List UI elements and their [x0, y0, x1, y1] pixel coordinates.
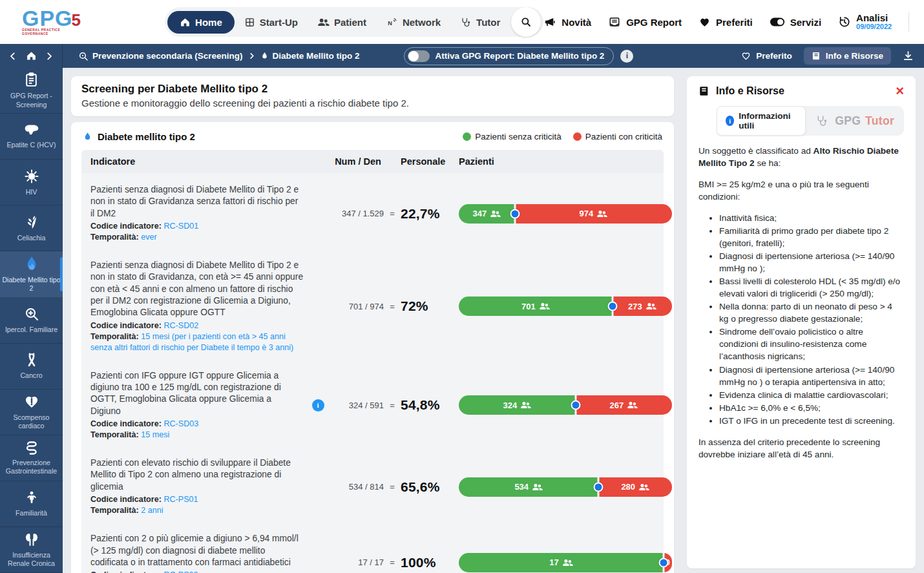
info-panel-title: Info e Risorse: [716, 85, 784, 97]
nav-home[interactable]: Home: [167, 11, 235, 34]
table-row: Pazienti con elevato rischio di sviluppa…: [81, 449, 664, 525]
indicator-code[interactable]: RC-SD03: [163, 419, 198, 428]
servizi-button[interactable]: Servizi: [770, 17, 821, 28]
heart-icon: [698, 17, 711, 28]
sidebar-item-scompenso-cardiaco[interactable]: Scompenso cardiaco: [0, 390, 63, 435]
indicator-code[interactable]: RC-PS02: [163, 570, 198, 573]
tab-gpg-tutor[interactable]: GPGTutor: [806, 111, 904, 131]
close-icon[interactable]: ×: [896, 84, 904, 98]
criteria-item: HbA1c >= 6,0% e < 6,5%;: [719, 402, 904, 414]
patients-icon: [646, 302, 656, 310]
bar-green-segment[interactable]: 534: [459, 477, 598, 497]
bar-red-segment[interactable]: 267: [576, 395, 672, 415]
sidebar-item-ipercol-familiare[interactable]: Ipercol. Familiare: [0, 298, 63, 344]
preferiti-button[interactable]: Preferiti: [698, 17, 753, 28]
sidebar-item-diabete-mellito-tipo-2[interactable]: Diabete Mellito tipo 2: [0, 251, 63, 297]
sidebar-item-insufficienza-renale[interactable]: Insufficienza Renale Cronica: [0, 527, 63, 573]
indicator-code[interactable]: RC-SD02: [163, 321, 198, 330]
megaphone-icon: [543, 16, 556, 28]
info-risorse-button[interactable]: Info e Risorse: [804, 47, 891, 65]
patients-icon: [490, 210, 501, 218]
info-risorse-label: Info e Risorse: [826, 51, 883, 61]
temporalita-value[interactable]: 2 anni: [141, 506, 163, 515]
intestine-icon: [24, 441, 39, 455]
breadcrumb-screening[interactable]: Prevenzione secondaria (Screening): [78, 51, 243, 61]
breadcrumb-diabete[interactable]: Diabete Mellito tipo 2: [260, 51, 360, 61]
analisi-button[interactable]: Analisi 09/09/2022: [838, 13, 892, 30]
search-plus-icon: [24, 306, 39, 322]
indicator-text: Pazienti senza diagnosi di Diabete Melli…: [90, 260, 304, 319]
home-nav-button[interactable]: [26, 50, 37, 61]
criteria-item: Nella donna: parto di un neonato di peso…: [719, 300, 904, 325]
criteria-item: Familiarità di primo grado per diabete t…: [719, 225, 904, 249]
bar-red-segment[interactable]: 280: [598, 477, 672, 497]
sidebar-item-epatite-c[interactable]: Epatite C (HCV): [0, 114, 63, 160]
toggle-info-icon[interactable]: i: [620, 50, 633, 63]
patients-bar[interactable]: 534 280: [459, 477, 672, 497]
nav-network[interactable]: N Network: [376, 11, 450, 34]
sidebar-item-gpg-report-screening[interactable]: GPG Report - Screening: [0, 68, 63, 114]
bar-green-segment[interactable]: 17: [459, 553, 664, 572]
bmi-paragraph: BMI >= 25 kg/m2 e una o più tra le segue…: [698, 178, 904, 203]
wheat-icon: [24, 214, 39, 230]
sidebar-item-celiachia[interactable]: Celiachia: [0, 205, 63, 251]
novita-button[interactable]: Novità: [543, 16, 591, 28]
intro-paragraph: Un soggetto è classificato ad Alto Risch…: [698, 145, 904, 169]
indicator-code[interactable]: RC-SD01: [163, 222, 198, 231]
book-icon: [698, 85, 710, 97]
activate-gpg-report-toggle[interactable]: Attiva GPG Report: Diabete Mellito tipo …: [404, 47, 614, 65]
download-icon[interactable]: [903, 50, 914, 61]
num-den-value: 347 / 1.529: [332, 209, 384, 218]
nav-patient[interactable]: Patient: [308, 11, 376, 34]
sidebar-item-hiv[interactable]: HIV: [0, 160, 63, 205]
sidebar-item-cancro[interactable]: Cancro: [0, 344, 63, 390]
svg-text:N: N: [388, 20, 392, 26]
patients-bar[interactable]: 324 267: [459, 395, 672, 415]
temporalita-value[interactable]: 15 mesi: [141, 430, 169, 439]
bar-handle[interactable]: [510, 209, 520, 218]
nav-startup[interactable]: Start-Up: [235, 11, 308, 34]
indicator-text: Pazienti con IFG oppure IGT oppure Glice…: [90, 370, 304, 417]
temporalita-value[interactable]: ever: [141, 233, 157, 242]
bar-green-segment[interactable]: 347: [459, 204, 515, 224]
toggle-track[interactable]: [408, 50, 430, 62]
back-button[interactable]: [8, 52, 17, 61]
more-menu-button[interactable]: •••: [908, 12, 924, 32]
info-panel-tabs: i Informazioni utili GPGTutor: [717, 106, 904, 136]
title-card: Screening per Diabete Mellito tipo 2 Ges…: [71, 76, 674, 116]
patients-icon: [627, 401, 638, 409]
bar-green-segment[interactable]: 701: [459, 297, 613, 316]
sidebar-item-familiarita[interactable]: Familiarità: [0, 481, 63, 527]
tab-informazioni-utili[interactable]: i Informazioni utili: [717, 106, 806, 136]
patients-bar[interactable]: 17 0: [459, 553, 672, 572]
patients-bar[interactable]: 701 273: [459, 297, 672, 316]
chevron-right-icon: [45, 52, 54, 61]
bar-red-segment[interactable]: 974: [515, 204, 672, 224]
bar-green-segment[interactable]: 324: [459, 395, 576, 415]
num-den-value: 701 / 974: [332, 302, 384, 311]
analisi-date: 09/09/2022: [856, 23, 892, 31]
forward-button[interactable]: [45, 52, 54, 61]
preferito-button[interactable]: Preferito: [740, 51, 792, 61]
person-icon: [25, 490, 39, 505]
search-button[interactable]: [511, 7, 541, 37]
app-logo[interactable]: GPG5 GENERAL PRACTICE GOVERNANCE: [22, 8, 81, 36]
bar-handle[interactable]: [658, 557, 668, 567]
bar-red-segment[interactable]: 273: [613, 297, 672, 316]
bar-handle[interactable]: [594, 482, 604, 492]
table-body: Pazienti senza diagnosi di Diabete Melli…: [81, 173, 664, 573]
red-dot-icon: [573, 132, 582, 141]
indicator-code[interactable]: RC-PS01: [163, 495, 198, 504]
row-info-icon[interactable]: i: [312, 399, 324, 412]
nav-tutor[interactable]: Tutor: [450, 11, 510, 34]
gpg-report-button[interactable]: GPG Report: [608, 16, 682, 28]
home-icon: [26, 50, 37, 61]
bar-handle[interactable]: [607, 302, 617, 311]
green-dot-icon: [463, 132, 471, 141]
page-actions: Preferito Info e Risorse: [740, 47, 924, 65]
bar-handle[interactable]: [571, 401, 580, 410]
patients-bar[interactable]: 347 974: [459, 204, 672, 224]
sidebar-item-prevenzione-gastrointestinale[interactable]: Prevenzione Gastrointestinale: [0, 435, 63, 481]
table-row: Pazienti con 2 o più glicemie a digiuno …: [81, 525, 664, 573]
temporalita-label: Temporalità:: [90, 430, 139, 439]
